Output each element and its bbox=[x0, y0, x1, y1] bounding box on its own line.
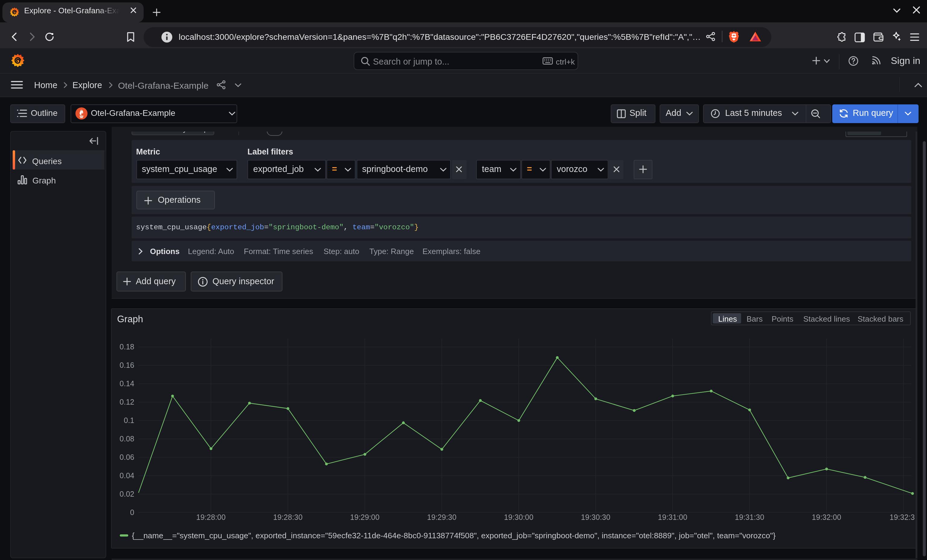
svg-text:19:28:30: 19:28:30 bbox=[273, 513, 302, 521]
svg-text:{__name__="system_cpu_usage",: {__name__="system_cpu_usage", exported_i… bbox=[132, 531, 775, 540]
svg-text:19:28:00: 19:28:00 bbox=[196, 513, 225, 521]
svg-text:0.08: 0.08 bbox=[120, 434, 134, 443]
svg-text:19:31:00: 19:31:00 bbox=[658, 513, 687, 521]
svg-text:19:30:30: 19:30:30 bbox=[581, 513, 610, 521]
svg-text:0: 0 bbox=[130, 508, 134, 516]
svg-text:19:29:30: 19:29:30 bbox=[427, 513, 456, 521]
svg-text:19:30:00: 19:30:00 bbox=[504, 513, 533, 521]
svg-text:0.06: 0.06 bbox=[120, 453, 134, 461]
svg-text:0.12: 0.12 bbox=[120, 398, 134, 406]
svg-text:0.04: 0.04 bbox=[120, 471, 134, 480]
svg-text:19:32:00: 19:32:00 bbox=[812, 513, 841, 521]
svg-text:19:31:30: 19:31:30 bbox=[735, 513, 764, 521]
svg-text:0.14: 0.14 bbox=[120, 379, 134, 388]
svg-text:0.16: 0.16 bbox=[120, 361, 134, 369]
svg-text:0.1: 0.1 bbox=[124, 416, 134, 425]
svg-text:0.02: 0.02 bbox=[120, 490, 134, 498]
svg-text:19:29:00: 19:29:00 bbox=[350, 513, 379, 521]
svg-text:0.18: 0.18 bbox=[120, 343, 134, 351]
svg-text:19:32:3: 19:32:3 bbox=[890, 513, 915, 521]
